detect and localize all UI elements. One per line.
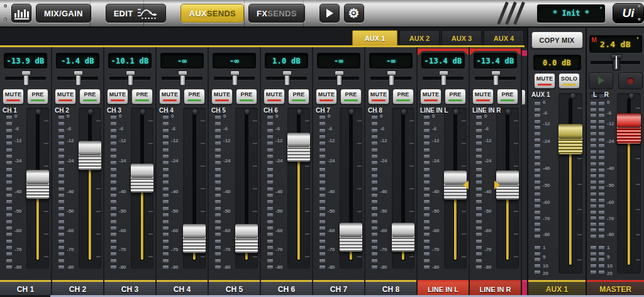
tab-aux2[interactable]: AUX 2: [399, 30, 440, 45]
mute-button[interactable]: MUTE: [211, 89, 233, 104]
pan-slider[interactable]: [0, 69, 51, 86]
preset-display[interactable]: * Init * ▾: [537, 4, 605, 23]
pre-button[interactable]: PRE: [445, 89, 466, 104]
pre-button[interactable]: PRE: [27, 89, 48, 104]
solo-button[interactable]: SOLO: [558, 73, 580, 89]
fader-handle[interactable]: [287, 133, 310, 162]
mute-button[interactable]: MUTE: [534, 73, 555, 89]
fader-handle[interactable]: [617, 113, 641, 143]
channel-name[interactable]: LINE IN L: [418, 280, 469, 297]
pan-thumb[interactable]: [75, 70, 81, 86]
channel-name[interactable]: CH 1: [0, 280, 51, 297]
tab-aux1[interactable]: AUX 1: [352, 30, 397, 45]
aux-master-name[interactable]: AUX 1: [528, 280, 586, 297]
screw-icon: [505, 108, 512, 115]
balance-thumb[interactable]: [613, 54, 620, 70]
mute-button[interactable]: MUTE: [159, 89, 180, 104]
pan-thumb[interactable]: [336, 70, 342, 86]
meters-button[interactable]: [11, 4, 31, 23]
aux-sends-button[interactable]: AUXSENDS: [180, 4, 244, 23]
pan-slider[interactable]: [261, 69, 312, 86]
pre-button[interactable]: PRE: [288, 89, 309, 104]
balance-slider[interactable]: [587, 53, 644, 70]
mute-button[interactable]: MUTE: [420, 89, 441, 104]
pan-thumb[interactable]: [23, 70, 29, 86]
send-fader[interactable]: [26, 108, 49, 269]
mute-button[interactable]: MUTE: [316, 89, 337, 104]
master-fader[interactable]: [617, 93, 641, 274]
channel-strip: -13.9 dB MUTE PRE 0-6-12-24-40-50-60-70-…: [0, 47, 51, 297]
send-fader[interactable]: [287, 108, 310, 269]
mute-button[interactable]: MUTE: [55, 89, 76, 104]
pre-button[interactable]: PRE: [236, 89, 257, 104]
pan-thumb[interactable]: [232, 70, 238, 86]
send-fader[interactable]: [235, 108, 258, 269]
pan-slider[interactable]: [418, 69, 469, 86]
fader-handle[interactable]: [558, 124, 582, 154]
pan-thumb[interactable]: [284, 70, 290, 86]
mute-button[interactable]: MUTE: [107, 89, 128, 104]
send-fader[interactable]: [340, 108, 362, 269]
mute-button[interactable]: MUTE: [264, 89, 285, 104]
channel-name[interactable]: LINE IN R: [470, 280, 521, 297]
fader-handle[interactable]: [392, 223, 414, 252]
channel-name[interactable]: CH 4: [157, 280, 208, 297]
send-fader[interactable]: [131, 108, 153, 269]
pan-slider[interactable]: [470, 69, 521, 86]
fader-handle[interactable]: [79, 141, 101, 170]
pre-button[interactable]: PRE: [131, 89, 153, 104]
mute-button[interactable]: MUTE: [3, 89, 24, 104]
fader-tick: [409, 143, 414, 144]
channel-name[interactable]: CH 7: [313, 280, 364, 297]
pre-button[interactable]: PRE: [184, 89, 205, 104]
strip-label: CH 5: [211, 107, 226, 114]
record-button[interactable]: [618, 72, 643, 89]
pre-button[interactable]: PRE: [392, 89, 414, 104]
pre-button[interactable]: PRE: [79, 89, 101, 104]
scale-label: -60: [484, 228, 492, 233]
send-fader[interactable]: [183, 108, 206, 269]
meter-segment: [267, 148, 273, 152]
fader-tick: [409, 165, 414, 167]
fader-handle[interactable]: [340, 223, 362, 252]
pre-button[interactable]: PRE: [340, 89, 362, 104]
aux-master-fader[interactable]: [558, 93, 582, 274]
tab-aux4[interactable]: AUX 4: [484, 30, 524, 45]
pan-thumb[interactable]: [180, 70, 186, 86]
pan-thumb[interactable]: [493, 70, 499, 86]
fader-handle[interactable]: [235, 224, 258, 253]
mute-button[interactable]: MUTE: [472, 89, 494, 104]
pan-slider[interactable]: [209, 69, 260, 86]
pan-slider[interactable]: [52, 69, 103, 86]
pan-thumb[interactable]: [441, 70, 447, 86]
pan-slider[interactable]: [365, 69, 416, 86]
player-button[interactable]: [319, 4, 340, 23]
channel-name[interactable]: CH 6: [261, 280, 312, 297]
channel-name[interactable]: CH 8: [365, 280, 416, 297]
send-fader[interactable]: [444, 108, 467, 269]
mix-gain-button[interactable]: MIX/GAIN: [36, 4, 91, 23]
fader-handle[interactable]: [26, 170, 49, 199]
channel-name[interactable]: CH 5: [209, 280, 260, 297]
pan-slider[interactable]: [313, 69, 364, 86]
tab-aux3[interactable]: AUX 3: [441, 30, 482, 45]
pan-slider[interactable]: [157, 69, 208, 86]
pan-thumb[interactable]: [128, 70, 133, 86]
send-fader[interactable]: [79, 108, 101, 269]
master-name[interactable]: MASTER: [587, 280, 644, 297]
fader-handle[interactable]: [131, 164, 153, 193]
settings-button[interactable]: ⚙: [344, 4, 364, 23]
channel-name[interactable]: CH 3: [104, 280, 155, 297]
send-fader[interactable]: [392, 108, 414, 269]
pan-thumb[interactable]: [389, 70, 394, 86]
fx-sends-button[interactable]: FXSENDS: [248, 4, 305, 23]
pan-slider[interactable]: [104, 69, 155, 86]
fader-handle[interactable]: [183, 224, 206, 253]
pre-button[interactable]: PRE: [497, 89, 518, 104]
channel-name[interactable]: CH 2: [52, 280, 103, 297]
play-button[interactable]: [589, 72, 613, 89]
edit-button[interactable]: EDIT: [106, 4, 167, 23]
mute-button[interactable]: MUTE: [368, 89, 389, 104]
send-fader[interactable]: [496, 108, 519, 269]
copy-mix-button[interactable]: COPY MIX: [531, 31, 583, 48]
